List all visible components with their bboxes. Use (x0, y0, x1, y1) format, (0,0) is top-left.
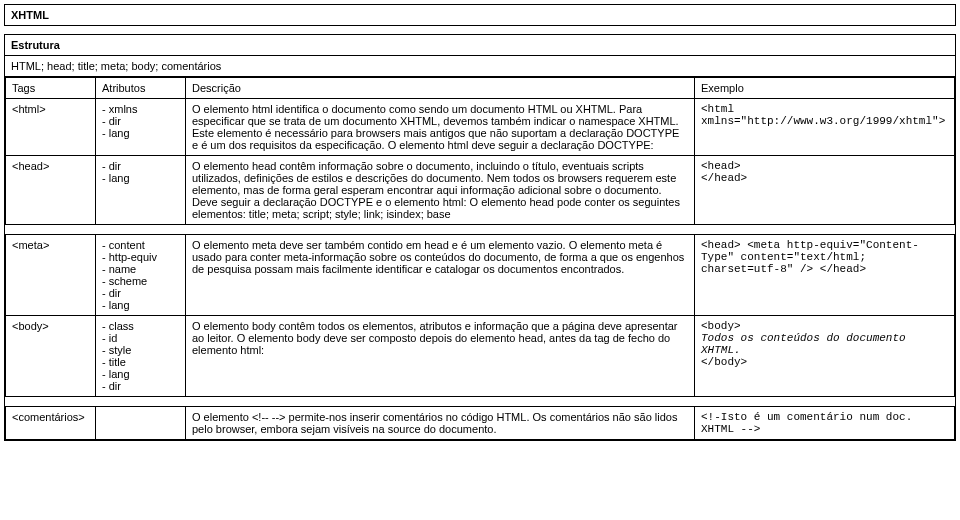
page-title: XHTML (4, 4, 956, 26)
attr-item: - dir (102, 160, 179, 172)
cell-desc: O elemento head contêm informação sobre … (186, 156, 695, 225)
col-atributos: Atributos (96, 78, 186, 99)
attr-item: - xmlns (102, 103, 179, 115)
col-tags: Tags (6, 78, 96, 99)
cell-attrs: - content- http-equiv- name- scheme- dir… (96, 235, 186, 316)
section-heading: Estrutura (5, 35, 955, 56)
cell-tag: <html> (6, 99, 96, 156)
reference-table: Tags Atributos Descrição Exemplo <html>-… (5, 77, 955, 440)
table-row: <comentários>O elemento <!-- --> permite… (6, 407, 955, 440)
cell-tag: <body> (6, 316, 96, 397)
attr-item: - dir (102, 287, 179, 299)
attr-item: - id (102, 332, 179, 344)
content-box: Estrutura HTML; head; title; meta; body;… (4, 34, 956, 441)
cell-attrs: - class- id- style- title- lang- dir (96, 316, 186, 397)
cell-example: <head></head> (695, 156, 955, 225)
attr-item: - lang (102, 299, 179, 311)
attr-item: - name (102, 263, 179, 275)
attr-item: - lang (102, 368, 179, 380)
spacer-row (6, 225, 955, 235)
spacer-row (6, 397, 955, 407)
attr-item: - content (102, 239, 179, 251)
cell-desc: O elemento meta deve ser também contido … (186, 235, 695, 316)
cell-example: <head> <meta http-equiv="Content-Type" c… (695, 235, 955, 316)
cell-attrs: - xmlns- dir- lang (96, 99, 186, 156)
table-row: <body>- class- id- style- title- lang- d… (6, 316, 955, 397)
table-row: <meta>- content- http-equiv- name- schem… (6, 235, 955, 316)
cell-example: <htmlxmlns="http://www.w3.org/1999/xhtml… (695, 99, 955, 156)
cell-desc: O elemento html identifica o documento c… (186, 99, 695, 156)
table-row: <head>- dir- langO elemento head contêm … (6, 156, 955, 225)
attr-item: - title (102, 356, 179, 368)
attr-item: - lang (102, 127, 179, 139)
attr-item: - dir (102, 380, 179, 392)
cell-tag: <head> (6, 156, 96, 225)
attr-item: - lang (102, 172, 179, 184)
attr-item: - class (102, 320, 179, 332)
subsection-heading: HTML; head; title; meta; body; comentári… (5, 56, 955, 77)
cell-desc: O elemento <!-- --> permite-nos inserir … (186, 407, 695, 440)
table-row: <html>- xmlns- dir- langO elemento html … (6, 99, 955, 156)
cell-desc: O elemento body contêm todos os elemento… (186, 316, 695, 397)
cell-attrs: - dir- lang (96, 156, 186, 225)
col-descricao: Descrição (186, 78, 695, 99)
cell-example: <!-Isto é um comentário num doc.XHTML --… (695, 407, 955, 440)
cell-tag: <comentários> (6, 407, 96, 440)
table-header-row: Tags Atributos Descrição Exemplo (6, 78, 955, 99)
cell-tag: <meta> (6, 235, 96, 316)
attr-item: - dir (102, 115, 179, 127)
col-exemplo: Exemplo (695, 78, 955, 99)
attr-item: - scheme (102, 275, 179, 287)
cell-attrs (96, 407, 186, 440)
attr-item: - http-equiv (102, 251, 179, 263)
cell-example: <body>Todos os conteúdos do documento XH… (695, 316, 955, 397)
attr-item: - style (102, 344, 179, 356)
